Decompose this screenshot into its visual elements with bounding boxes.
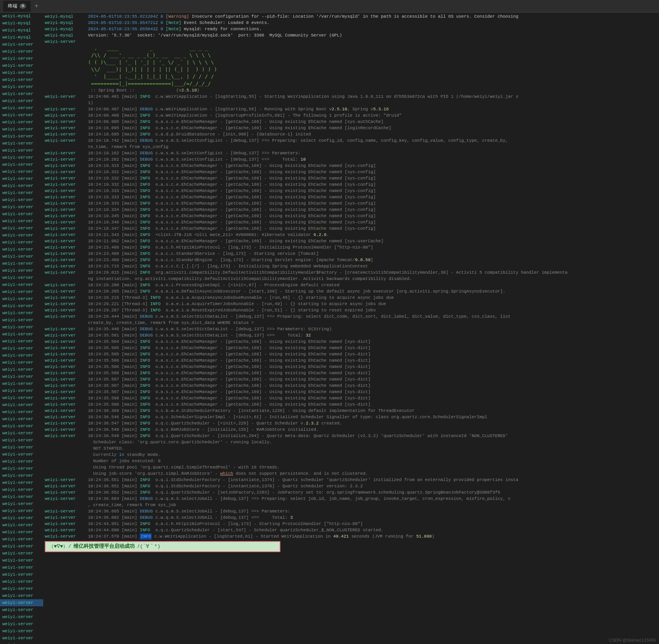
sidebar-item[interactable]: weiyi-server bbox=[0, 232, 43, 239]
log-line: weiyi-server 10:24:36.664 [main] DEBUG c… bbox=[45, 496, 657, 502]
sidebar-item[interactable]: weiyi-server bbox=[0, 83, 43, 90]
sidebar-item[interactable]: weiyi-server bbox=[0, 133, 43, 140]
sidebar-item[interactable]: weiyi-server bbox=[0, 175, 43, 182]
sidebar-item[interactable]: weiyi-server bbox=[0, 69, 43, 76]
sidebar-item[interactable]: weiyi-server bbox=[0, 451, 43, 458]
sidebar-item[interactable]: weiyi-server bbox=[0, 302, 43, 309]
sidebar-item[interactable]: weiyi-server bbox=[0, 119, 43, 126]
sidebar-item[interactable]: weiyi-server bbox=[0, 225, 43, 232]
sidebar-item[interactable]: weiyi-server bbox=[0, 585, 43, 592]
sidebar-item-active[interactable]: weiyi-server bbox=[0, 599, 43, 606]
add-tab-button[interactable]: + bbox=[32, 2, 41, 11]
sidebar-item[interactable]: weiyi-server bbox=[0, 239, 43, 246]
sidebar-item[interactable]: weiyi-server bbox=[0, 331, 43, 338]
sidebar-item[interactable]: weiyi-server bbox=[0, 359, 43, 366]
sidebar-item[interactable]: weiyi-server bbox=[0, 62, 43, 69]
sidebar-item[interactable]: weiyi-server bbox=[0, 437, 43, 444]
sidebar-item[interactable]: weiyi-server bbox=[0, 458, 43, 465]
sidebar-item[interactable]: weiyi-server bbox=[0, 309, 43, 317]
sidebar-item[interactable]: weiyi-server bbox=[0, 486, 43, 493]
sidebar-item[interactable]: weiyi-server bbox=[0, 550, 43, 557]
log-line: :: Spring Boot :: (v2.5.10) bbox=[45, 87, 657, 93]
sidebar-item[interactable]: weiyi-server bbox=[0, 317, 43, 324]
sidebar-item[interactable]: weiyi-server bbox=[0, 324, 43, 331]
sidebar-item[interactable]: weiyi-server bbox=[0, 628, 43, 635]
log-line: weiyi-server 10:24:18.742 [main] DEBUG c… bbox=[45, 137, 657, 144]
sidebar-item[interactable]: weiyi-server bbox=[0, 281, 43, 288]
sidebar-item[interactable]: weiyi-server bbox=[0, 543, 43, 550]
sidebar-item[interactable]: weiyi-server bbox=[0, 76, 43, 83]
sidebar-item[interactable]: weiyi-server bbox=[0, 210, 43, 218]
sidebar-item[interactable]: weiyi-server bbox=[0, 147, 43, 154]
sidebar-item[interactable]: weiyi-server bbox=[0, 253, 43, 260]
sidebar-item[interactable]: weiyi-server bbox=[0, 592, 43, 599]
sidebar-item[interactable]: weiyi-server bbox=[0, 564, 43, 571]
sidebar-item[interactable]: weiyi-server bbox=[0, 295, 43, 302]
sidebar-item[interactable]: weiyi-server bbox=[0, 529, 43, 536]
sidebar-item[interactable]: weiyi-server bbox=[0, 430, 43, 437]
sidebar-item[interactable]: weiyi-server bbox=[0, 521, 43, 529]
sidebar-item[interactable]: weiyi-server bbox=[0, 154, 43, 161]
sidebar-item[interactable]: weiyi-server bbox=[0, 182, 43, 189]
sidebar-item[interactable]: weiyi-mysql bbox=[0, 20, 43, 27]
sidebar-item[interactable]: weiyi-mysql bbox=[0, 27, 43, 34]
sidebar-item[interactable]: weiyi-server bbox=[0, 635, 43, 642]
sidebar-item[interactable]: weiyi-server bbox=[0, 472, 43, 479]
sidebar-item[interactable]: weiyi-server bbox=[0, 97, 43, 104]
log-line: weiyi-server 10:24:29.444 [main] DEBUG c… bbox=[45, 313, 657, 320]
sidebar-item[interactable]: weiyi-server bbox=[0, 55, 43, 62]
sidebar-item[interactable]: weiyi-server bbox=[0, 168, 43, 175]
sidebar-item[interactable]: weiyi-server bbox=[0, 536, 43, 543]
sidebar-item[interactable]: weiyi-server bbox=[0, 288, 43, 295]
sidebar-item[interactable]: weiyi-server bbox=[0, 557, 43, 564]
sidebar-item[interactable]: weiyi-server bbox=[0, 387, 43, 394]
log-line: weiyi-server 10:24:35.506 [main] INFO o.… bbox=[45, 370, 657, 376]
sidebar-item[interactable]: weiyi-server bbox=[0, 345, 43, 352]
sidebar-item[interactable]: weiyi-server bbox=[0, 465, 43, 472]
sidebar-item[interactable]: weiyi-server bbox=[0, 507, 43, 514]
sidebar-item[interactable]: weiyi-server bbox=[0, 479, 43, 486]
sidebar-item[interactable]: weiyi-server bbox=[0, 218, 43, 225]
sidebar-item[interactable]: weiyi-server bbox=[0, 203, 43, 210]
sidebar-item[interactable]: weiyi-server bbox=[0, 408, 43, 415]
sidebar-item[interactable]: weiyi-server bbox=[0, 394, 43, 401]
sidebar-item[interactable]: weiyi-server bbox=[0, 366, 43, 373]
sidebar-item[interactable]: weiyi-server bbox=[0, 161, 43, 168]
sidebar-item[interactable]: weiyi-server bbox=[0, 274, 43, 281]
terminal-container: 终端 4 + weiyi-mysql weiyi-mysql weiyi-mys… bbox=[0, 0, 659, 644]
sidebar-item[interactable]: weiyi-server bbox=[0, 338, 43, 345]
sidebar-item[interactable]: weiyi-server bbox=[0, 48, 43, 55]
sidebar-item[interactable]: weiyi-server bbox=[0, 140, 43, 147]
sidebar-item[interactable]: weiyi-server bbox=[0, 246, 43, 253]
sidebar-item[interactable]: weiyi-server bbox=[0, 642, 43, 644]
sidebar-item[interactable]: weiyi-server bbox=[0, 126, 43, 133]
sidebar-item[interactable]: weiyi-server bbox=[0, 493, 43, 500]
sidebar-item[interactable]: weiyi-server bbox=[0, 373, 43, 380]
sidebar-item[interactable]: weiyi-server bbox=[0, 620, 43, 628]
sidebar-item[interactable]: weiyi-server bbox=[0, 112, 43, 119]
sidebar-item[interactable]: weiyi-server bbox=[0, 415, 43, 423]
log-area[interactable]: weiyi-mysql 2024-05-01T10:23:55.621204Z … bbox=[43, 13, 659, 644]
sidebar-item[interactable]: weiyi-mysql bbox=[0, 34, 43, 41]
sidebar-item[interactable]: weiyi-server bbox=[0, 41, 43, 48]
sidebar-item[interactable]: weiyi-server bbox=[0, 267, 43, 274]
sidebar-item[interactable]: weiyi-server bbox=[0, 401, 43, 408]
sidebar-item[interactable]: weiyi-server bbox=[0, 380, 43, 387]
sidebar-item[interactable]: weiyi-server bbox=[0, 423, 43, 430]
sidebar-item[interactable]: weiyi-server bbox=[0, 613, 43, 620]
sidebar-item[interactable]: weiyi-server bbox=[0, 196, 43, 203]
sidebar-item[interactable]: weiyi-server bbox=[0, 571, 43, 578]
sidebar-item[interactable]: weiyi-server bbox=[0, 352, 43, 359]
sidebar-item[interactable]: weiyi-server bbox=[0, 500, 43, 507]
sidebar-item[interactable]: weiyi-mysql bbox=[0, 13, 43, 20]
sidebar-item[interactable]: weiyi-server bbox=[0, 444, 43, 451]
sidebar-item[interactable]: weiyi-server bbox=[0, 189, 43, 196]
sidebar-item[interactable]: weiyi-server bbox=[0, 260, 43, 267]
log-line: weiyi-server 10:24:23.489 [main] INFO o.… bbox=[45, 257, 657, 263]
sidebar-item[interactable]: weiyi-server bbox=[0, 514, 43, 521]
sidebar-item[interactable]: weiyi-server bbox=[0, 90, 43, 97]
sidebar-item[interactable]: weiyi-server bbox=[0, 606, 43, 613]
sidebar-item[interactable]: weiyi-server bbox=[0, 104, 43, 112]
terminal-tab[interactable]: 终端 4 bbox=[3, 1, 31, 12]
sidebar-item[interactable]: weiyi-server bbox=[0, 578, 43, 585]
